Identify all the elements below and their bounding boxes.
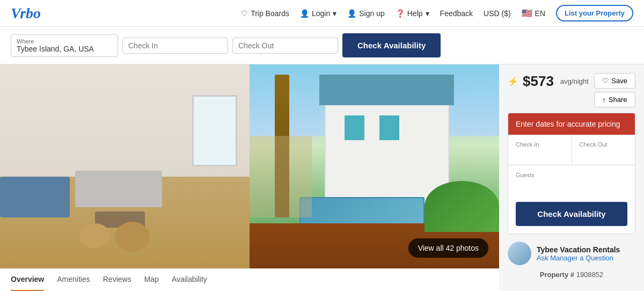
gallery-photo-left[interactable] — [0, 64, 250, 268]
avatar-image — [508, 242, 531, 265]
heart-icon: ♡ — [602, 77, 609, 85]
nav-help[interactable]: ❓ Help ▾ — [396, 9, 429, 18]
flag-icon: 🇺🇸 — [522, 8, 532, 18]
dates-row: Check In Check Out — [508, 135, 635, 165]
manager-info: Tybee Vacation Rentals Ask Manager a Que… — [537, 245, 620, 262]
share-button[interactable]: ↑ Share — [594, 92, 635, 107]
booking-widget: Enter dates for accurate pricing Check I… — [508, 113, 635, 234]
checkout-label: Check Out — [580, 141, 628, 148]
price: $573 — [523, 73, 554, 90]
nav-language[interactable]: 🇺🇸 EN — [522, 8, 545, 18]
search-bar: Where Check Availability — [0, 27, 644, 64]
tab-overview[interactable]: Overview — [11, 268, 44, 291]
checkout-input[interactable] — [238, 41, 332, 50]
user-icon: 👤 — [300, 9, 309, 18]
share-icon: ↑ — [602, 96, 606, 104]
search-check-availability-button[interactable]: Check Availability — [342, 33, 441, 57]
price-row: ⚡ $573 avg/night — [508, 73, 589, 90]
dates-banner: Enter dates for accurate pricing — [508, 113, 635, 135]
sidebar: ⚡ $573 avg/night ♡ Save ↑ Share Enter da… — [499, 64, 644, 291]
header-nav: ♡ Trip Boards 👤 Login ▾ 👤 Sign up ❓ Help… — [241, 5, 633, 21]
property-label: Property # — [540, 271, 574, 279]
tab-amenities[interactable]: Amenities — [57, 268, 90, 291]
checkout-field[interactable]: Check Out — [572, 135, 635, 165]
checkout-date-input[interactable] — [580, 150, 628, 158]
checkin-date-input[interactable] — [516, 150, 564, 158]
chevron-down-icon: ▾ — [333, 9, 336, 18]
heart-icon: ♡ — [241, 9, 248, 18]
checkout-input-group — [232, 38, 338, 54]
logo[interactable]: Vrbo — [11, 5, 41, 22]
per-night: avg/night — [560, 77, 589, 85]
where-input-group: Where — [11, 34, 118, 57]
nav-login[interactable]: 👤 Login ▾ — [300, 9, 336, 18]
photo-gallery: View all 42 photos — [0, 64, 499, 268]
where-label: Where — [17, 38, 112, 45]
main-content: View all 42 photos Overview Amenities Re… — [0, 64, 499, 291]
ask-manager-link[interactable]: Ask Manager a Question — [537, 254, 620, 262]
guests-input[interactable] — [516, 179, 627, 188]
question-icon: ❓ — [396, 9, 405, 18]
chevron-down-icon: ▾ — [426, 9, 429, 18]
view-all-photos-button[interactable]: View all 42 photos — [408, 238, 488, 258]
manager-avatar — [508, 242, 531, 265]
tab-reviews[interactable]: Reviews — [103, 268, 131, 291]
manager-row: Tybee Vacation Rentals Ask Manager a Que… — [508, 242, 635, 265]
nav-trip-boards[interactable]: ♡ Trip Boards — [241, 9, 289, 18]
check-availability-button[interactable]: Check Availability — [516, 202, 627, 226]
tab-map[interactable]: Map — [144, 268, 159, 291]
list-property-button[interactable]: List your Property — [556, 5, 633, 21]
checkin-input-group — [122, 38, 228, 54]
nav-sign-up[interactable]: 👤 Sign up — [347, 9, 384, 18]
where-input[interactable] — [17, 45, 112, 53]
nav-feedback[interactable]: Feedback — [440, 9, 473, 18]
user-add-icon: 👤 — [347, 9, 356, 18]
guests-label: Guests — [516, 172, 627, 178]
save-button[interactable]: ♡ Save — [594, 73, 635, 89]
booking-fields: Check In Check Out Guests — [508, 135, 635, 194]
lightning-icon: ⚡ — [508, 76, 518, 86]
checkin-field[interactable]: Check In — [508, 135, 572, 165]
property-number: Property # 1908852 — [508, 271, 635, 279]
tab-availability[interactable]: Availability — [172, 268, 207, 291]
nav-currency[interactable]: USD ($) — [484, 9, 511, 18]
checkin-input[interactable] — [128, 41, 222, 50]
gallery-photo-right[interactable]: View all 42 photos — [250, 64, 499, 268]
property-id: 1908852 — [576, 271, 604, 279]
manager-name: Tybee Vacation Rentals — [537, 245, 620, 254]
tabs-bar: Overview Amenities Reviews Map Availabil… — [0, 268, 499, 291]
checkin-label: Check In — [516, 141, 564, 148]
header: Vrbo ♡ Trip Boards 👤 Login ▾ 👤 Sign up ❓… — [0, 0, 644, 27]
guests-row[interactable]: Guests — [508, 165, 635, 194]
